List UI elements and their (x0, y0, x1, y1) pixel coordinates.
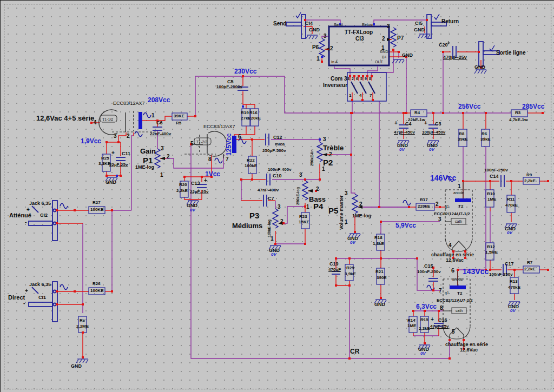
r17-name: R17 (420, 198, 428, 202)
t2a-pin2: 2 (436, 202, 439, 207)
t2a-name: T2 (458, 204, 463, 209)
ci2-name: CI2 (40, 213, 48, 218)
p5-name: P5 (328, 207, 338, 215)
c7-value: 47nF-400v (258, 188, 279, 192)
p1-value: 1ME-log (135, 165, 154, 170)
fxloop-pin-send: Send (334, 23, 342, 26)
p2-name: P2 (323, 158, 333, 167)
r3-name: R3 (515, 111, 520, 115)
r12-name: R12 (487, 245, 495, 249)
ci1-name: CI1 (38, 295, 46, 300)
zerov-c4: 0V (399, 148, 405, 152)
p3-value: 100kE-log (267, 220, 271, 237)
r8-value: 39kE (458, 137, 468, 142)
cap-c14 (501, 175, 504, 187)
c5-name: C5 (227, 79, 234, 84)
c10-value: 100nF-400v (268, 168, 292, 172)
cap-c15 (428, 278, 438, 281)
r21-value: 390E (377, 276, 387, 280)
c13-value: 22µF-25v (190, 190, 208, 194)
t1b-pin8: 8 (208, 157, 212, 162)
t2b-cath: cath (456, 309, 463, 313)
schematic-canvas (1, 1, 554, 392)
v125-label: 125Vcc (226, 134, 232, 156)
cap-c7 (263, 195, 267, 207)
c11-value: 22µF-25v (109, 163, 128, 167)
gnd-r21: GND (374, 302, 385, 307)
r11-value: 470kE (505, 203, 518, 208)
return-label: Return (441, 19, 459, 24)
heater-left-label: 12,6Vac 4+5 série (36, 115, 94, 122)
p7-pin1: 1 (381, 45, 385, 51)
cap-c6 (153, 127, 162, 130)
r23-value: 15KE (299, 220, 309, 224)
t1a-name: T1-1/2 (102, 117, 113, 121)
r29-value: 3,9kE (345, 272, 356, 276)
t2a-cath: cath (455, 220, 462, 223)
c15-name: C15 (424, 264, 433, 269)
fxloop-name: CI3 (355, 36, 364, 42)
ci2-type: Jack 6,35 (29, 201, 51, 206)
p7-name: P7 (397, 36, 404, 41)
ci5-label: CI5 (415, 21, 423, 26)
t2a-pin4: 4 (449, 243, 452, 248)
p5-pin2: 2 (359, 202, 362, 207)
r21-name: R21 (375, 270, 384, 274)
p6-name: P6 (312, 45, 319, 50)
c10-name: C10 (273, 174, 282, 178)
c15-value: 100nF-250v (417, 270, 441, 274)
c12-name: C12 (273, 135, 282, 140)
r27-name: R27 (93, 201, 101, 205)
v208-label: 208Vcc (148, 97, 170, 103)
t1a-pin2: 2 (127, 134, 130, 139)
wires-red (57, 26, 548, 357)
com3-label1: Com 3 (331, 76, 347, 82)
p4-pin1: 1 (306, 204, 309, 210)
p2-pin2: 2 (329, 152, 332, 157)
r17-value: 220kE (418, 204, 430, 209)
c16-value: 47µF-25v (430, 324, 449, 329)
t1b-pin6: 6 (238, 134, 241, 139)
t1a-pin1: 1 (151, 113, 155, 118)
t1b-pin5: 5 (190, 141, 194, 147)
ci5-gnd-label: GND (414, 28, 425, 32)
t2a-heater1: chauffage en série (431, 253, 474, 257)
r6-name: R6 (482, 132, 487, 136)
r25-value: 3,3KE (98, 162, 110, 166)
c20-plus: + (447, 41, 450, 46)
t2b-type: ECC82/12AU7-2/2 (437, 298, 473, 303)
p4-pin3: 3 (299, 172, 302, 178)
v146-label: 146Vcc (430, 174, 456, 182)
c19-name: C19 (329, 262, 339, 267)
t1a-pin3: 3 (114, 134, 117, 139)
pot-p6 (319, 38, 325, 58)
jack-ci4 (286, 15, 306, 38)
r22-value: 100kE (245, 164, 257, 168)
t2b-g1: g1 (445, 291, 449, 295)
ci1-plus: + (25, 288, 28, 294)
p2-value: 250kE-lin (310, 149, 314, 166)
cap-c12 (266, 134, 269, 145)
r9-value: 2,2kE (524, 179, 536, 183)
t2b-anode: anode (452, 277, 463, 281)
zerov-p5: 0V (350, 241, 355, 245)
t2b-name: T2 (457, 291, 462, 296)
v285-label: 285Vcc (522, 103, 544, 110)
anode-bar-t1b (232, 136, 236, 153)
c16-name: C16 (438, 318, 447, 323)
zerov-r13: 0V (510, 309, 516, 313)
c3-name: C3 (435, 122, 441, 127)
t2a-g1: g1 (445, 204, 449, 208)
p1-pin2: 2 (167, 154, 170, 160)
r10-value: 1ME (487, 197, 496, 202)
p7-pin2: 2 (382, 36, 385, 42)
c17-name: C17 (505, 262, 514, 267)
send-label: Send (273, 21, 286, 26)
r19-name: R19 (241, 111, 249, 115)
c11-name: C11 (122, 151, 130, 156)
c13-name: C13 (191, 181, 200, 186)
r8-name: R8 (459, 132, 464, 136)
c19-value: 470pF (328, 268, 341, 272)
v63-label: 6,3Vcc (416, 303, 437, 310)
p1-pin1: 1 (160, 172, 163, 178)
